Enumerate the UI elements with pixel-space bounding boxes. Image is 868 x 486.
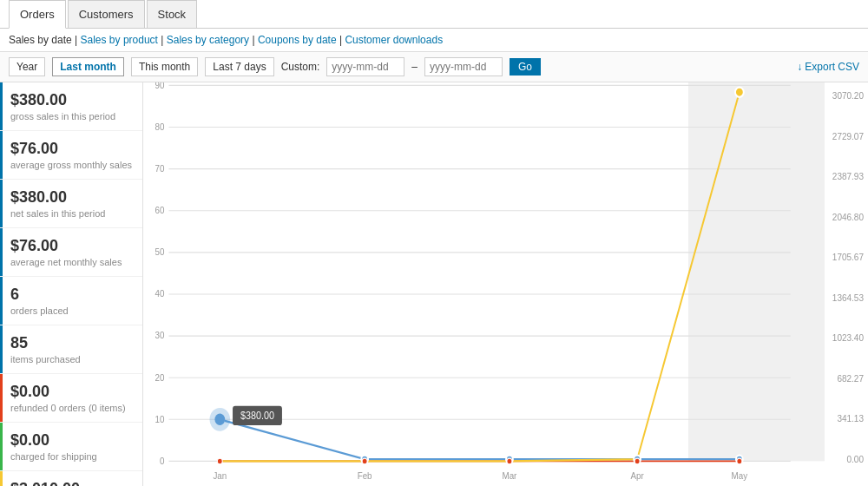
- y-label-70: 70: [155, 162, 165, 174]
- filter-this-month[interactable]: This month: [131, 57, 198, 76]
- right-axis: 3070.20 2729.07 2387.93 2046.80 1705.67 …: [825, 91, 868, 464]
- y-label-60: 60: [155, 204, 165, 215]
- stat-color-bar: [0, 277, 3, 325]
- x-label-mar: Mar: [502, 470, 516, 481]
- stat-color-bar: [0, 82, 3, 130]
- sub-navigation: Sales by date | Sales by product | Sales…: [0, 29, 868, 52]
- stat-items-label: items purchased: [10, 354, 132, 364]
- custom-label: Custom:: [281, 61, 320, 73]
- red-point-feb: [362, 458, 367, 464]
- tooltip-dot: [214, 414, 225, 425]
- filter-bar: Year Last month This month Last 7 days C…: [0, 52, 868, 82]
- red-point-may: [737, 458, 742, 464]
- tab-stock[interactable]: Stock: [147, 0, 198, 28]
- filter-last-7-days[interactable]: Last 7 days: [205, 57, 273, 76]
- stat-avg-gross-amount: $76.00: [10, 140, 132, 158]
- red-point-jan: [217, 458, 222, 464]
- sub-nav-link-coupons[interactable]: Coupons by date: [258, 34, 337, 46]
- date-from-input[interactable]: [326, 57, 404, 76]
- y-label-10: 10: [155, 413, 165, 424]
- chart-area: 0 10 20 30 40 50 60 70 80 90 Jan Feb Mar…: [143, 82, 868, 486]
- sub-nav-link-downloads[interactable]: Customer downloads: [345, 34, 443, 46]
- stat-orders-label: orders placed: [10, 305, 132, 316]
- sub-nav-prefix: Sales by date: [9, 34, 72, 46]
- right-label-1: 2729.07: [832, 132, 864, 141]
- red-point-mar: [507, 458, 512, 464]
- tooltip-text: $380.00: [240, 410, 274, 422]
- right-label-8: 341.13: [837, 414, 864, 424]
- top-navigation: Orders Customers Stock: [0, 0, 868, 29]
- y-label-40: 40: [155, 288, 165, 299]
- stat-color-bar: [0, 471, 3, 486]
- right-label-top: 3070.20: [832, 91, 864, 101]
- stat-shipping-label: charged for shipping: [10, 451, 132, 462]
- y-label-30: 30: [155, 330, 165, 341]
- x-label-jan: Jan: [213, 470, 227, 481]
- stat-net-sales-amount: $380.00: [10, 188, 132, 207]
- right-label-bottom: 0.00: [847, 455, 864, 464]
- stat-avg-net: $76.00 average net monthly sales: [0, 228, 142, 277]
- stat-avg-net-amount: $76.00: [10, 237, 132, 255]
- filter-last-month[interactable]: Last month: [52, 57, 124, 76]
- stat-color-bar: [0, 423, 3, 470]
- stat-gross-sales: $380.00 gross sales in this period: [0, 82, 142, 131]
- main-content: $380.00 gross sales in this period $76.0…: [0, 82, 868, 486]
- stat-gross-sales-amount: $380.00: [10, 91, 132, 109]
- stat-avg-gross-label: average gross monthly sales: [10, 160, 132, 170]
- right-label-6: 1023.40: [832, 333, 864, 343]
- red-point-apr: [635, 458, 640, 464]
- stat-shipping: $0.00 charged for shipping: [0, 423, 142, 471]
- right-label-5: 1364.53: [832, 293, 864, 303]
- y-label-20: 20: [155, 371, 165, 383]
- yellow-point-may: [735, 88, 744, 97]
- right-label-7: 682.27: [837, 374, 864, 384]
- stat-color-bar: [0, 374, 3, 422]
- right-label-3: 2046.80: [832, 213, 864, 222]
- stats-sidebar: $380.00 gross sales in this period $76.0…: [0, 82, 143, 486]
- stat-color-bar: [0, 228, 3, 276]
- stat-shipping-amount: $0.00: [10, 431, 132, 450]
- y-label-50: 50: [155, 246, 165, 258]
- highlight-region: [688, 82, 825, 461]
- stat-avg-gross: $76.00 average gross monthly sales: [0, 131, 142, 180]
- stat-color-bar: [0, 180, 3, 227]
- y-label-90: 90: [155, 82, 165, 90]
- sales-chart: 0 10 20 30 40 50 60 70 80 90 Jan Feb Mar…: [143, 82, 825, 486]
- tab-customers[interactable]: Customers: [68, 0, 145, 28]
- tab-orders[interactable]: Orders: [9, 0, 66, 29]
- stat-coupons-amount: $3,010.00: [10, 480, 132, 486]
- stat-refunds: $0.00 refunded 0 orders (0 items): [0, 374, 142, 423]
- stat-orders-amount: 6: [10, 286, 132, 304]
- stat-refunds-label: refunded 0 orders (0 items): [10, 403, 132, 413]
- download-icon: ↓: [797, 61, 802, 73]
- stat-avg-net-label: average net monthly sales: [10, 257, 132, 267]
- stat-orders: 6 orders placed: [0, 277, 142, 325]
- stat-net-sales: $380.00 net sales in this period: [0, 180, 142, 228]
- stat-items: 85 items purchased: [0, 325, 142, 374]
- sub-nav-link-category[interactable]: Sales by category: [167, 34, 249, 46]
- date-to-input[interactable]: [424, 57, 503, 76]
- stat-net-sales-label: net sales in this period: [10, 208, 132, 219]
- sub-nav-link-product[interactable]: Sales by product: [81, 34, 158, 46]
- stat-color-bar: [0, 325, 3, 373]
- x-label-apr: Apr: [630, 470, 644, 481]
- x-label-feb: Feb: [358, 470, 372, 481]
- export-csv-label: Export CSV: [805, 61, 859, 73]
- export-csv-button[interactable]: ↓ Export CSV: [797, 61, 859, 73]
- right-label-4: 1705.67: [832, 253, 864, 262]
- stat-coupons: $3,010.00 worth of coupons used: [0, 471, 142, 486]
- stat-gross-sales-label: gross sales in this period: [10, 111, 132, 122]
- stat-color-bar: [0, 131, 3, 179]
- y-label-0: 0: [160, 455, 165, 466]
- right-label-2: 2387.93: [832, 172, 864, 181]
- stat-refunds-amount: $0.00: [10, 383, 132, 401]
- date-range-dash: –: [411, 61, 418, 73]
- stat-items-amount: 85: [10, 334, 132, 352]
- filter-year[interactable]: Year: [9, 57, 45, 76]
- blue-line: [220, 419, 740, 459]
- x-label-may: May: [732, 470, 748, 481]
- yellow-line: [220, 92, 740, 461]
- go-button[interactable]: Go: [510, 58, 541, 76]
- y-label-80: 80: [155, 121, 165, 132]
